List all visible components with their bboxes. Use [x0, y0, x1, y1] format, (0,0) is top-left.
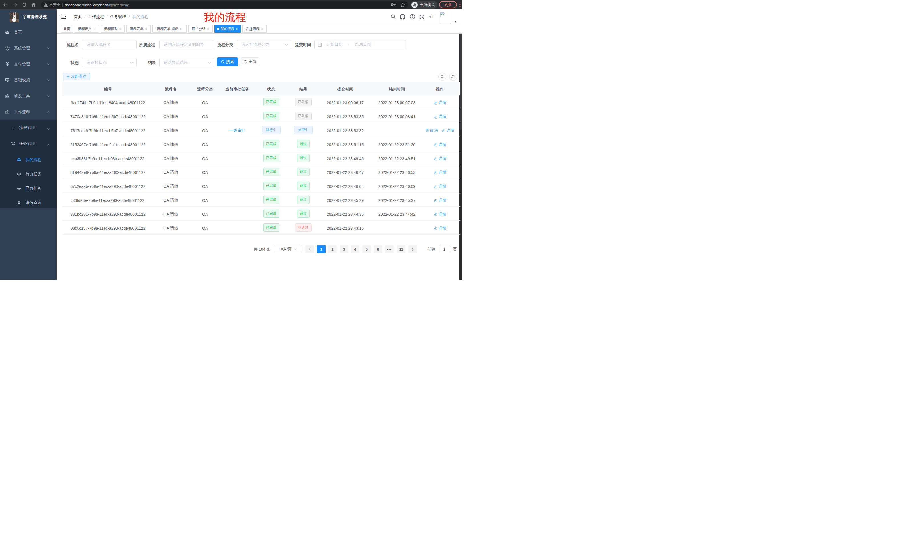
svg-text:T: T [429, 15, 431, 19]
svg-text:T: T [431, 14, 434, 19]
svg-text:?: ? [411, 15, 414, 18]
